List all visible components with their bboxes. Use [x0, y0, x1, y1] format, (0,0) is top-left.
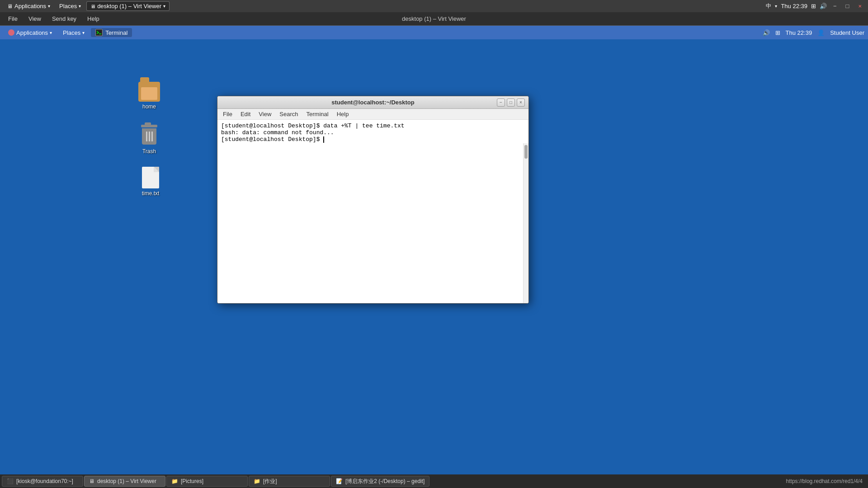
host-taskbar-kiosk-label: [kiosk@foundation70:~]: [16, 478, 73, 484]
terminal-line-2: bash: data: command not found...: [221, 129, 525, 136]
host-places-chevron: ▾: [79, 4, 81, 9]
host-menu-view[interactable]: View: [24, 14, 46, 23]
vm-volume-icon: 🔊: [763, 29, 770, 36]
home-icon-label: home: [142, 103, 156, 110]
vm-user-icon: 👤: [817, 29, 825, 36]
vm-network-icon: ⊞: [775, 29, 780, 36]
vm-terminal-panel-button[interactable]: Terminal: [91, 28, 132, 37]
terminal-menu-help[interactable]: Help: [333, 110, 353, 118]
host-taskbar-gedit[interactable]: 📝 [博启东作业2 (-/Desktop) – gedit]: [331, 476, 429, 487]
vm-places-label: Places: [63, 29, 80, 36]
host-menu-sendkey[interactable]: Send key: [47, 14, 81, 23]
terminal-minimize-button[interactable]: −: [497, 99, 505, 107]
host-minimize-button[interactable]: −: [830, 2, 840, 10]
host-taskbar-zuoye[interactable]: 📁 [作业]: [249, 476, 330, 487]
host-topbar-left: 🖥 Applications ▾ Places ▾ 🖥 desktop (1) …: [4, 1, 170, 11]
host-virt-label: desktop (1) – Virt Viewer: [97, 3, 161, 9]
terminal-line-3: [student@localhost Desktop]$: [221, 136, 525, 143]
host-taskbar-virt-label: desktop (1) – Virt Viewer: [97, 478, 156, 484]
terminal-maximize-button[interactable]: □: [507, 99, 515, 107]
terminal-window: student@localhost:~/Desktop − □ × File E…: [217, 96, 529, 304]
terminal-menu-terminal[interactable]: Terminal: [303, 110, 332, 118]
terminal-window-buttons: − □ ×: [497, 99, 525, 107]
vm-places-chevron: ▾: [82, 30, 85, 35]
file-icon: [142, 167, 159, 188]
vm-panel-left: Applications ▾ Places ▾ Terminal: [4, 28, 132, 37]
host-taskbar-gedit-icon: 📝: [336, 478, 343, 484]
host-close-button[interactable]: ×: [855, 2, 864, 10]
host-datetime: Thu 22:39: [781, 3, 807, 9]
vm-terminal-icon: [95, 29, 103, 36]
terminal-content[interactable]: [student@localhost Desktop]$ data +%T | …: [217, 120, 528, 303]
host-app-chevron: ▾: [48, 4, 50, 9]
terminal-menubar: File Edit View Search Terminal Help: [217, 109, 528, 120]
host-taskbar-zuoye-icon: 📁: [254, 478, 260, 484]
host-taskbar-kiosk[interactable]: ⬛ [kiosk@foundation70:~]: [2, 476, 83, 487]
host-taskbar-pictures-icon: 📁: [171, 478, 178, 484]
trash-icon-label: Trash: [142, 148, 156, 155]
host-places-button[interactable]: Places ▾: [56, 2, 85, 10]
host-menu-help[interactable]: Help: [83, 14, 104, 23]
terminal-menu-view[interactable]: View: [255, 110, 275, 118]
host-maximize-button[interactable]: □: [843, 2, 852, 10]
terminal-body: [student@localhost Desktop]$ data +%T | …: [217, 120, 528, 303]
vm-panel-right: 🔊 ⊞ Thu 22:39 👤 Student User: [763, 29, 864, 36]
vm-user-label: Student User: [830, 29, 864, 36]
vm-app-label: Applications: [16, 29, 48, 36]
desktop-icon-trash[interactable]: Trash: [131, 123, 167, 156]
host-taskbar-pictures-label: [Pictures]: [181, 478, 203, 484]
host-input-chevron: ▾: [775, 4, 777, 9]
vm-places-button[interactable]: Places ▾: [58, 28, 89, 37]
vm-display: Applications ▾ Places ▾ Terminal 🔊 ⊞ Thu…: [0, 26, 868, 488]
trash-icon: [140, 125, 159, 146]
terminal-scrollbar[interactable]: [523, 143, 528, 303]
host-taskbar-virt-icon: 🖥: [89, 478, 94, 484]
terminal-line-1: [student@localhost Desktop]$ data +%T | …: [221, 122, 525, 129]
terminal-cursor: [323, 136, 324, 143]
host-taskbar-zuoye-label: [作业]: [263, 478, 277, 485]
vm-applications-button[interactable]: Applications ▾: [4, 28, 57, 37]
host-places-label: Places: [59, 3, 77, 9]
vm-terminal-label: Terminal: [105, 29, 127, 36]
terminal-title: student@localhost:~/Desktop: [331, 99, 415, 106]
home-icon: [138, 82, 160, 102]
host-virt-icon: 🖥: [90, 4, 95, 9]
vm-app-icon: [8, 29, 14, 36]
desktop-icon-timetxt[interactable]: time.txt: [132, 165, 169, 198]
host-menubar: File View Send key Help desktop (1) – Vi…: [0, 12, 868, 26]
terminal-menu-file[interactable]: File: [219, 110, 236, 118]
host-window-title: desktop (1) – Virt Viewer: [402, 15, 466, 22]
vm-datetime: Thu 22:39: [786, 29, 812, 36]
host-topbar: 🖥 Applications ▾ Places ▾ 🖥 desktop (1) …: [0, 0, 868, 12]
host-volume-icon: 🔊: [820, 3, 827, 9]
host-app-icon: 🖥: [7, 3, 13, 9]
terminal-menu-edit[interactable]: Edit: [237, 110, 254, 118]
terminal-titlebar[interactable]: student@localhost:~/Desktop − □ ×: [217, 96, 528, 109]
terminal-scrollbar-thumb[interactable]: [524, 145, 528, 159]
host-virt-chevron: ▾: [163, 4, 165, 9]
host-taskbar-pictures[interactable]: 📁 [Pictures]: [166, 476, 248, 487]
host-taskbar-virt[interactable]: 🖥 desktop (1) – Virt Viewer: [84, 476, 165, 487]
host-virt-viewer-taskitem[interactable]: 🖥 desktop (1) – Virt Viewer ▾: [86, 1, 170, 11]
host-taskbar-kiosk-icon: ⬛: [7, 478, 14, 484]
vm-app-chevron: ▾: [50, 30, 52, 35]
terminal-menu-search[interactable]: Search: [276, 110, 302, 118]
host-taskbar-gedit-label: [博启东作业2 (-/Desktop) – gedit]: [345, 478, 425, 485]
vm-panel-top: Applications ▾ Places ▾ Terminal 🔊 ⊞ Thu…: [0, 26, 868, 39]
host-topbar-right: 中 ▾ Thu 22:39 ⊞ 🔊 − □ ×: [766, 2, 864, 10]
desktop-icon-home[interactable]: home: [131, 80, 167, 112]
host-menu-file[interactable]: File: [4, 14, 22, 23]
host-taskbar-url: https://blog.redhat.com/red1/4/4: [786, 478, 866, 484]
host-applications-button[interactable]: 🖥 Applications ▾: [4, 2, 54, 10]
timetxt-icon-label: time.txt: [142, 190, 160, 197]
host-taskbar: ⬛ [kiosk@foundation70:~] 🖥 desktop (1) –…: [0, 474, 868, 488]
terminal-close-button[interactable]: ×: [517, 99, 525, 107]
host-app-label: Applications: [14, 3, 46, 9]
host-network-icon: ⊞: [811, 3, 816, 9]
host-input-icon: 中: [766, 2, 771, 10]
